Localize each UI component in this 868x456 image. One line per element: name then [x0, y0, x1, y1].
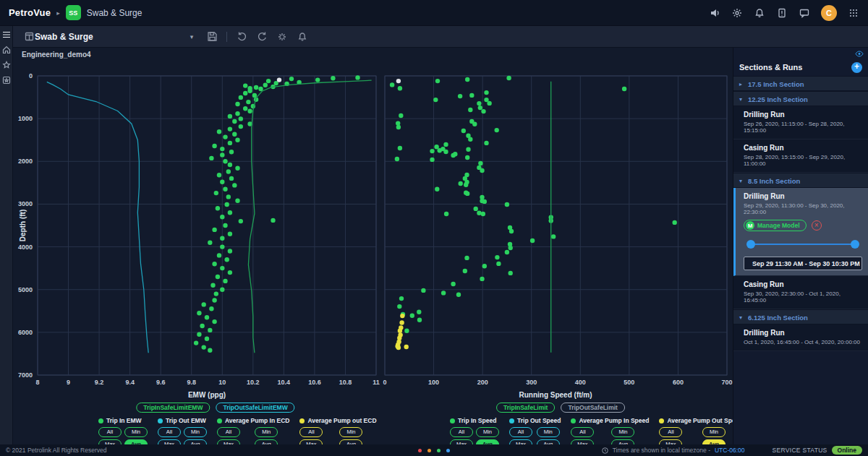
speed-limit-pills: TripInSafeLimit TripOutSafeLimit	[496, 403, 625, 413]
running-speed-depth-chart: 0100200300400500600700	[385, 76, 727, 388]
service-health-dots	[418, 449, 450, 452]
feedback-chat-icon[interactable]	[799, 7, 810, 19]
slider-track[interactable]	[748, 244, 858, 245]
svg-text:9.2: 9.2	[95, 379, 104, 386]
status-dot-orange	[427, 449, 431, 452]
run-item-casing-8-5[interactable]: Casing Run Sep 30, 2020, 22:30:00 - Oct …	[733, 276, 868, 309]
run-item-drilling-12-25[interactable]: Drilling Run Sep 26, 2020, 11:15:00 - Se…	[733, 106, 868, 139]
add-section-button[interactable]: +	[851, 62, 862, 73]
petrovue-app: PetroVue ▸ SS Swab & Surge C	[0, 0, 868, 456]
apps-grid-icon[interactable]	[848, 7, 859, 19]
panel-header: Sections & Runs +	[733, 59, 868, 76]
trip-in-safe-limit-emw-pill[interactable]: TripInSafeLimitEMW	[136, 403, 210, 413]
all-button[interactable]: All	[98, 427, 122, 437]
chevron-down-icon	[739, 310, 742, 325]
all-button[interactable]: All	[299, 427, 323, 437]
toolbar-actions	[206, 31, 308, 43]
panel-top-strip	[733, 48, 868, 59]
min-button[interactable]: Min	[702, 427, 726, 437]
page-title: Swab & Surge	[87, 8, 142, 18]
section-12-25-inch[interactable]: 12.25 Inch Section	[733, 91, 868, 106]
series-color-dot	[98, 418, 103, 423]
trip-in-safe-limit-pill[interactable]: TripInSafeLimit	[496, 403, 555, 413]
slider-handle-end[interactable]	[851, 240, 859, 249]
all-button[interactable]: All	[659, 427, 682, 437]
min-button[interactable]: Min	[339, 427, 362, 437]
layout-window-icon	[23, 31, 35, 43]
release-notes-icon[interactable]	[776, 7, 788, 19]
svg-text:5000: 5000	[18, 286, 33, 293]
all-button[interactable]: All	[571, 427, 594, 437]
chevron-down-icon	[739, 173, 742, 189]
clock-icon	[602, 447, 608, 454]
app-badge-icon: SS	[66, 5, 81, 20]
svg-text:2000: 2000	[18, 158, 33, 165]
user-avatar[interactable]: C	[821, 5, 837, 21]
timezone-link[interactable]: UTC-06:00	[715, 447, 745, 454]
min-button[interactable]: Min	[537, 427, 560, 437]
date-range-input[interactable]: Sep 29 11:30 AM - Sep 30 10:30 PM	[744, 257, 862, 270]
left-nav-rail	[0, 26, 13, 444]
emw-axis-title: EMW (ppg)	[188, 391, 226, 399]
all-button[interactable]: All	[509, 427, 532, 437]
all-button[interactable]: All	[450, 427, 473, 437]
settings-gear-icon[interactable]	[731, 7, 743, 19]
sound-icon[interactable]	[709, 7, 720, 19]
min-button[interactable]: Min	[476, 427, 499, 437]
series-color-dot	[299, 418, 305, 423]
view-toolbar: Swab & Surge ▾	[13, 26, 868, 48]
all-button[interactable]: All	[217, 427, 240, 437]
svg-text:1000: 1000	[18, 115, 33, 122]
workspace-label: Engineering_demo4	[22, 51, 91, 59]
visibility-eye-icon[interactable]	[855, 47, 864, 60]
min-button[interactable]: Min	[611, 427, 634, 437]
run-item-casing-12-25[interactable]: Casing Run Sep 28, 2020, 15:15:00 - Sep …	[733, 139, 868, 173]
sections-runs-panel: Sections & Runs + 17.5 Inch Section 12.2…	[733, 48, 868, 444]
section-17-5-inch[interactable]: 17.5 Inch Section	[733, 76, 868, 91]
view-selector-dropdown[interactable]: Swab & Surge ▾	[35, 32, 193, 42]
timezone-text: Times are shown in local timezone -	[613, 447, 710, 454]
section-6-125-inch[interactable]: 6.125 Inch Section	[733, 309, 868, 324]
starred-dashboards-icon[interactable]	[2, 76, 11, 85]
undo-icon[interactable]	[236, 31, 247, 43]
svg-text:9.8: 9.8	[187, 379, 196, 386]
trip-out-safe-limit-emw-pill[interactable]: TripOutSafeLimitEMW	[216, 403, 294, 413]
menu-hamburger-icon[interactable]	[2, 30, 11, 39]
manage-model-button[interactable]: M Manage Model	[744, 220, 807, 231]
min-button[interactable]: Min	[124, 427, 148, 437]
auto-arrange-icon[interactable]	[276, 31, 288, 43]
brand-logo[interactable]: PetroVue	[9, 7, 51, 18]
svg-text:10.8: 10.8	[339, 379, 352, 386]
svg-text:9: 9	[67, 379, 70, 386]
speed-axis-title: Running Speed (ft/m)	[519, 391, 592, 399]
section-8-5-inch[interactable]: 8.5 Inch Section	[733, 173, 868, 188]
redo-icon[interactable]	[256, 31, 268, 43]
notifications-bell-icon[interactable]	[754, 7, 765, 19]
series-color-dot	[571, 418, 576, 423]
svg-text:200: 200	[477, 379, 488, 386]
svg-text:500: 500	[624, 379, 634, 386]
slider-handle-start[interactable]	[746, 240, 755, 249]
svg-text:100: 100	[428, 379, 439, 386]
alerts-bell-icon[interactable]	[297, 31, 308, 43]
svg-text:600: 600	[673, 379, 684, 386]
home-icon[interactable]	[2, 46, 11, 54]
save-icon[interactable]	[206, 31, 218, 43]
favorites-star-icon[interactable]	[2, 61, 11, 69]
emw-depth-chart: 01000200030004000500060007000899.29.49.6…	[16, 76, 376, 388]
status-bar: © 2021 Petrolink All Rights Reserved Tim…	[0, 444, 868, 456]
copyright-text: © 2021 Petrolink All Rights Reserved	[6, 447, 107, 454]
min-button[interactable]: Min	[184, 427, 207, 437]
svg-text:8: 8	[35, 379, 39, 386]
run-item-drilling-8-5-selected[interactable]: Drilling Run Sep 29, 2020, 11:30:00 - Se…	[733, 188, 868, 276]
run-item-drilling-6-125[interactable]: Drilling Run Oct 1, 2020, 16:45:00 - Oct…	[733, 324, 868, 351]
chevron-down-icon	[739, 92, 742, 107]
all-button[interactable]: All	[158, 427, 181, 437]
trip-out-safe-limit-pill[interactable]: TripOutSafeLimit	[561, 403, 624, 413]
topbar-actions: C	[709, 5, 859, 21]
delete-model-button[interactable]: ×	[812, 220, 822, 231]
svg-text:10.4: 10.4	[278, 379, 291, 386]
chevron-right-icon	[739, 77, 742, 92]
min-button[interactable]: Min	[255, 427, 278, 437]
svg-text:11: 11	[373, 379, 380, 386]
